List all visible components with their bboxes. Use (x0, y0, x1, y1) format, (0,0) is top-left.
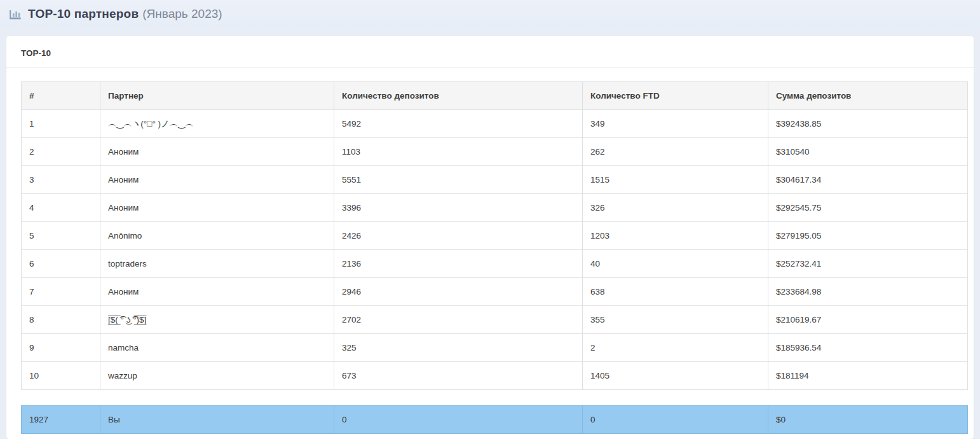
column-header: Количество депозитов (334, 82, 583, 110)
table-row: 2Аноним1103262$310540 (22, 138, 968, 166)
table-row: 10wazzup6731405$181194 (22, 362, 968, 390)
cell: 3396 (334, 194, 583, 222)
table-row: 8[̲̅$̲̅(̲̅ ͡° ͜ʖ ͡°̲̅)̲̅$̲̅]2702355$2106… (22, 306, 968, 334)
card-title: TOP-10 (6, 36, 974, 68)
cell: 1927 (22, 406, 100, 434)
table-container: #ПартнерКоличество депозитовКоличество F… (6, 68, 974, 434)
column-header: Количество FTD (583, 82, 768, 110)
cell: Anônimo (100, 222, 334, 250)
cell: 673 (334, 362, 583, 390)
page-header: TOP-10 партнеров (Январь 2023) (0, 0, 980, 28)
cell: Аноним (100, 166, 334, 194)
table-row: 3Аноним55511515$304617.34 (22, 166, 968, 194)
cell: 6 (22, 250, 100, 278)
column-header: # (22, 82, 100, 110)
cell: 349 (583, 110, 768, 138)
cell: 326 (583, 194, 768, 222)
spacer-row (22, 390, 968, 406)
cell: $233684.98 (768, 278, 968, 306)
cell: 5 (22, 222, 100, 250)
cell: 262 (583, 138, 768, 166)
table-row: 9namcha3252$185936.54 (22, 334, 968, 362)
column-header: Сумма депозитов (768, 82, 968, 110)
cell: 8 (22, 306, 100, 334)
cell: 2702 (334, 306, 583, 334)
cell: 325 (334, 334, 583, 362)
spacer-cell (22, 390, 968, 406)
cell: 3 (22, 166, 100, 194)
cell: 1 (22, 110, 100, 138)
top10-card: TOP-10 #ПартнерКоличество депозитовКолич… (6, 36, 974, 439)
cell: [̲̅$̲̅(̲̅ ͡° ͜ʖ ͡°̲̅)̲̅$̲̅] (100, 306, 334, 334)
cell: 2 (22, 138, 100, 166)
cell: Аноним (100, 138, 334, 166)
current-user-row: 1927Вы00$0 (22, 406, 968, 434)
page-title: TOP-10 партнеров (28, 7, 139, 21)
cell: Вы (100, 406, 334, 434)
cell: 5551 (334, 166, 583, 194)
column-header: Партнер (100, 82, 334, 110)
cell: 40 (583, 250, 768, 278)
cell: 2946 (334, 278, 583, 306)
cell: 1103 (334, 138, 583, 166)
cell: toptraders (100, 250, 334, 278)
cell: $0 (768, 406, 968, 434)
cell: $310540 (768, 138, 968, 166)
cell: ︵‿︵ヽ(°□° )ノ︵‿︵ (100, 110, 334, 138)
cell: $279195.05 (768, 222, 968, 250)
cell: wazzup (100, 362, 334, 390)
table-row: 5Anônimo24261203$279195.05 (22, 222, 968, 250)
cell: Аноним (100, 278, 334, 306)
cell: 2136 (334, 250, 583, 278)
cell: $181194 (768, 362, 968, 390)
cell: 0 (583, 406, 768, 434)
top10-table: #ПартнерКоличество депозитовКоличество F… (21, 81, 968, 434)
cell: 0 (334, 406, 583, 434)
cell: 1203 (583, 222, 768, 250)
cell: $304617.34 (768, 166, 968, 194)
cell: 7 (22, 278, 100, 306)
cell: 1515 (583, 166, 768, 194)
cell: $185936.54 (768, 334, 968, 362)
cell: 2 (583, 334, 768, 362)
table-header-row: #ПартнерКоличество депозитовКоличество F… (22, 82, 968, 110)
table-row: 7Аноним2946638$233684.98 (22, 278, 968, 306)
cell: namcha (100, 334, 334, 362)
cell: $252732.41 (768, 250, 968, 278)
cell: 9 (22, 334, 100, 362)
bar-chart-icon (8, 9, 22, 20)
cell: 4 (22, 194, 100, 222)
cell: 2426 (334, 222, 583, 250)
cell: Аноним (100, 194, 334, 222)
cell: $392438.85 (768, 110, 968, 138)
page-subtitle: (Январь 2023) (142, 7, 222, 21)
cell: 638 (583, 278, 768, 306)
cell: 355 (583, 306, 768, 334)
cell: 10 (22, 362, 100, 390)
cell: $292545.75 (768, 194, 968, 222)
cell: 5492 (334, 110, 583, 138)
cell: $210619.67 (768, 306, 968, 334)
cell: 1405 (583, 362, 768, 390)
table-row: 4Аноним3396326$292545.75 (22, 194, 968, 222)
table-row: 6toptraders213640$252732.41 (22, 250, 968, 278)
table-row: 1︵‿︵ヽ(°□° )ノ︵‿︵5492349$392438.85 (22, 110, 968, 138)
